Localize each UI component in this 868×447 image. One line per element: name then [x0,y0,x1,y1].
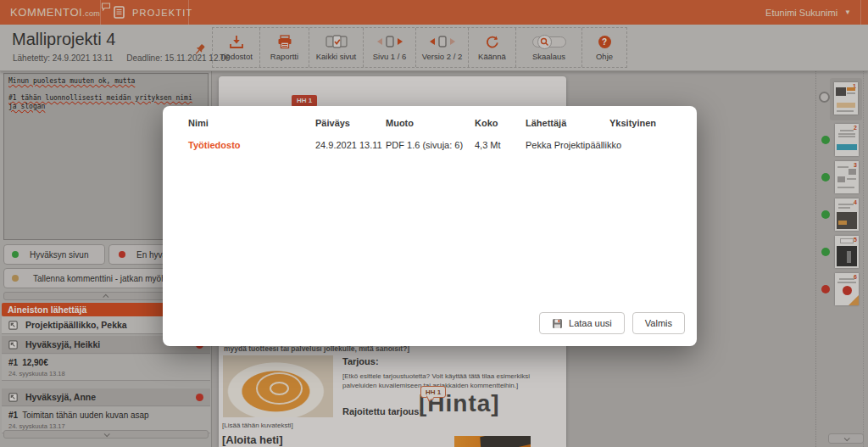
upload-file-icon [552,318,563,329]
col-lahettaja: Lähettäjä [526,118,566,128]
col-nimi: Nimi [188,118,209,128]
col-paivays: Päiväys [315,118,350,128]
upload-new-label: Lataa uusi [569,318,612,328]
file-format: PDF 1.6 (sivuja: 6) [386,140,463,150]
col-yksityinen: Yksityinen [609,118,656,128]
file-sender: Pekka Projektipäällikko [526,140,621,150]
col-koko: Koko [475,118,498,128]
files-dialog: Nimi Päiväys Muoto Koko Lähettäjä Yksity… [163,106,697,346]
col-muoto: Muoto [386,118,414,128]
done-label: Valmis [645,318,672,328]
done-button[interactable]: Valmis [632,312,685,334]
upload-new-button[interactable]: Lataa uusi [539,312,625,334]
file-size: 4,3 Mt [475,140,501,150]
file-name-link[interactable]: Työtiedosto [188,140,241,150]
file-date: 24.9.2021 13.11 [315,140,382,150]
